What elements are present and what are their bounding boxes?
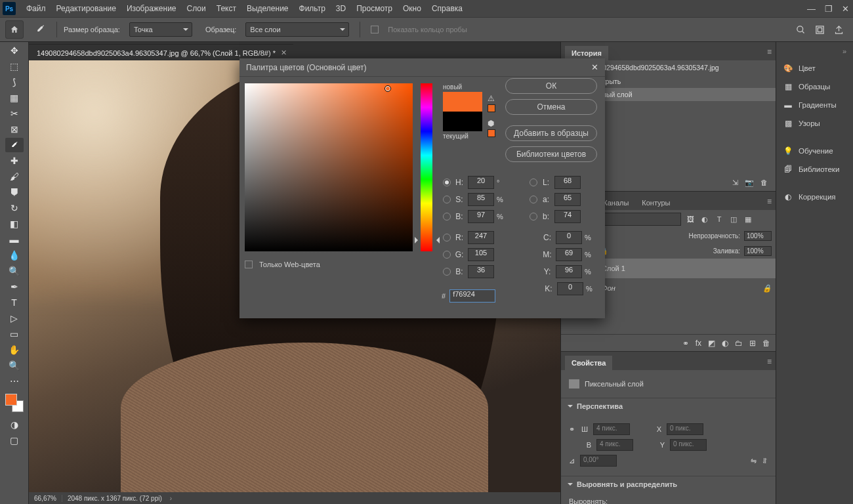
camera-icon[interactable]: 📷 [745, 178, 754, 187]
menu-edit[interactable]: Редактирование [51, 1, 121, 16]
menu-3d[interactable]: 3D [331, 1, 351, 16]
filter-image-icon[interactable]: 🖼 [685, 214, 696, 224]
c-field[interactable]: 0 [556, 231, 582, 244]
close-tab-icon[interactable]: ✕ [281, 49, 287, 57]
current-tool-icon[interactable] [30, 20, 50, 39]
r-radio[interactable] [443, 234, 451, 242]
group-icon[interactable]: 🗀 [735, 339, 743, 348]
perspective-section[interactable]: Перспектива [561, 398, 776, 414]
link-layers-icon[interactable]: ⚭ [682, 339, 689, 348]
width-field[interactable]: 4 пикс. [593, 423, 630, 435]
eyedropper-tool[interactable] [5, 138, 24, 152]
learn-panel-shortcut[interactable]: 💡Обучение [780, 142, 849, 160]
document-info[interactable]: 2048 пикс. x 1367 пикс. (72 ppi) [62, 495, 167, 502]
panel-menu-icon[interactable]: ≡ [767, 47, 772, 56]
s-radio[interactable] [443, 196, 451, 203]
menu-select[interactable]: Выделение [241, 1, 294, 16]
window-minimize[interactable]: — [807, 4, 816, 14]
mask-icon[interactable]: ◩ [708, 339, 715, 348]
paths-tab[interactable]: Контуры [635, 196, 676, 210]
b-lab-field[interactable]: 74 [554, 210, 581, 223]
filter-smart-icon[interactable]: ▦ [743, 214, 753, 224]
b-rgb-field[interactable]: 36 [468, 265, 494, 278]
delete-layer-icon[interactable]: 🗑 [762, 339, 770, 348]
link-wh-icon[interactable]: ⚭ [569, 425, 575, 434]
foreground-color-swatch[interactable] [5, 394, 17, 406]
sample-layer-dropdown[interactable]: Все слои [245, 22, 349, 37]
y-field[interactable]: 0 пикс. [670, 439, 707, 451]
adjustment-icon[interactable]: ◐ [722, 339, 728, 348]
search-icon[interactable] [796, 25, 806, 35]
saturation-field[interactable] [245, 83, 413, 251]
menu-window[interactable]: Окно [398, 1, 427, 16]
home-button[interactable] [5, 20, 24, 39]
crop-tool[interactable]: ✂ [5, 106, 24, 121]
snapshot-icon[interactable]: ⇲ [732, 178, 738, 187]
k-field[interactable]: 0 [557, 282, 583, 295]
menu-filter[interactable]: Фильтр [294, 1, 331, 16]
angle-field[interactable]: 0,00° [580, 455, 617, 467]
websafe-warning-icon[interactable]: ⬢ [488, 119, 494, 128]
menu-view[interactable]: Просмотр [351, 1, 398, 16]
adjustments-panel-shortcut[interactable]: ◐Коррекция [780, 188, 849, 206]
gamut-warning-icon[interactable]: ⚠ [488, 94, 495, 103]
r-field[interactable]: 247 [468, 231, 494, 244]
quickmask-tool[interactable]: ◑ [5, 417, 24, 432]
expand-panels-icon[interactable]: » [780, 47, 849, 59]
more-tools[interactable]: ⋯ [5, 374, 24, 388]
object-select-tool[interactable]: ▦ [5, 91, 24, 105]
color-swatches[interactable] [5, 394, 24, 412]
hue-slider[interactable] [421, 83, 432, 251]
a-radio[interactable] [530, 196, 537, 203]
lasso-tool[interactable]: ⟆ [5, 75, 24, 89]
menu-text[interactable]: Текст [211, 1, 241, 16]
share-icon[interactable] [834, 25, 844, 35]
b-lab-radio[interactable] [530, 213, 537, 220]
cancel-button[interactable]: Отмена [505, 99, 597, 115]
h-field[interactable]: 20 [468, 176, 494, 189]
webonly-checkbox[interactable] [245, 261, 253, 268]
flip-v-icon[interactable]: ⥯ [762, 457, 768, 465]
patterns-panel-shortcut[interactable]: ▩Узоры [780, 114, 849, 133]
zoom-tool[interactable]: 🔍 [5, 358, 24, 373]
gamut-swatch[interactable] [488, 104, 495, 112]
filter-shape-icon[interactable]: ◫ [728, 214, 739, 224]
brush-tool[interactable]: 🖌 [5, 169, 24, 184]
x-field[interactable]: 0 пикс. [667, 423, 703, 435]
h-radio[interactable] [443, 178, 451, 186]
b-hsb-radio[interactable] [443, 213, 451, 220]
properties-tab[interactable]: Свойства [565, 356, 612, 370]
eraser-tool[interactable]: ◧ [5, 217, 24, 231]
add-swatch-button[interactable]: Добавить в образцы [505, 125, 597, 141]
m-field[interactable]: 69 [556, 248, 582, 261]
y-cmyk-field[interactable]: 96 [556, 265, 582, 278]
filter-text-icon[interactable]: T [714, 214, 724, 224]
show-ring-checkbox[interactable] [371, 26, 379, 33]
l-field[interactable]: 68 [554, 176, 581, 189]
new-layer-icon[interactable]: ⊞ [749, 339, 756, 348]
l-radio[interactable] [530, 178, 537, 186]
a-field[interactable]: 65 [554, 193, 581, 206]
fx-icon[interactable]: fx [696, 339, 701, 348]
menu-layers[interactable]: Слои [182, 1, 211, 16]
flip-h-icon[interactable]: ⇋ [751, 457, 757, 465]
heal-tool[interactable]: ✚ [5, 154, 24, 168]
move-tool[interactable]: ✥ [5, 43, 24, 58]
hex-field[interactable]: f76924 [449, 289, 495, 303]
shape-tool[interactable]: ▭ [5, 327, 24, 341]
history-brush-tool[interactable]: ↻ [5, 201, 24, 215]
ok-button[interactable]: ОК [505, 78, 597, 94]
panel-menu-icon[interactable]: ≡ [767, 357, 772, 366]
panel-menu-icon[interactable]: ≡ [767, 197, 772, 206]
dialog-close-icon[interactable]: ✕ [591, 62, 598, 72]
s-field[interactable]: 85 [468, 193, 494, 206]
g-radio[interactable] [443, 251, 451, 259]
sample-size-dropdown[interactable]: Точка [129, 22, 192, 37]
menu-help[interactable]: Справка [427, 1, 468, 16]
swatches-panel-shortcut[interactable]: ▦Образцы [780, 77, 849, 96]
color-panel-shortcut[interactable]: 🎨Цвет [780, 59, 849, 77]
window-restore[interactable]: ❐ [825, 4, 833, 14]
marquee-tool[interactable]: ⬚ [5, 59, 24, 74]
opacity-field[interactable]: 100% [744, 231, 772, 241]
lock-icon[interactable]: 🔒 [762, 284, 772, 293]
